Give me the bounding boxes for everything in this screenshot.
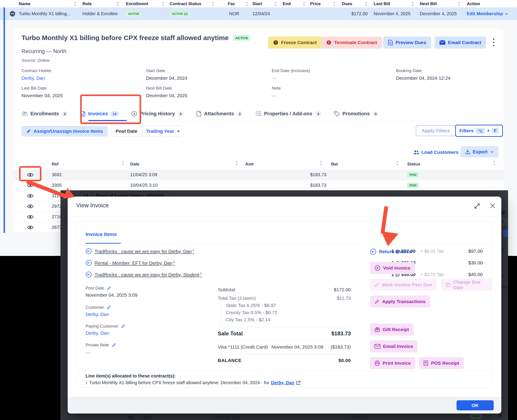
edit-customer-icon[interactable] xyxy=(107,305,111,310)
edit-private-note-icon[interactable] xyxy=(112,343,116,347)
col-role[interactable]: Role xyxy=(83,0,119,8)
chip-value-label[interactable]: Trailing Year xyxy=(142,128,176,134)
view-invoice-eye-icon[interactable] xyxy=(27,201,34,211)
tab-enrollments[interactable]: Enrollments2 xyxy=(22,111,68,117)
col-dues[interactable]: Dues xyxy=(342,0,368,8)
assign-invoice-items-button[interactable]: Assign/Unassign Invoice Items xyxy=(22,126,108,136)
footnote-line: 1 Turbo Monthly X1 billing before CPX fr… xyxy=(86,380,300,385)
row-name[interactable]: Turbo Monthly X1 billing... xyxy=(19,8,70,20)
tax-line: City Tax 1.5% - $2.14 xyxy=(226,317,270,322)
invoice-row[interactable]: 3305 10/04/25 3:10 $183.73 PAID xyxy=(14,180,503,191)
tab-properties-addons[interactable]: Properties / Add-ons3 xyxy=(256,111,321,117)
preview-dues-button[interactable]: Preview Dues xyxy=(383,37,431,49)
external-link-icon[interactable] xyxy=(296,381,300,385)
dimmed-status-badge: PAID xyxy=(471,414,482,419)
tab-promotions[interactable]: Promotions0 xyxy=(334,111,379,117)
col-action[interactable]: Action xyxy=(467,0,487,8)
contract-holder-link[interactable]: Derby, Dan xyxy=(22,75,51,81)
export-button[interactable]: Export xyxy=(461,146,498,158)
row-last-bill: November 4, 2025 xyxy=(374,8,411,20)
apply-transactions-button[interactable]: Apply Transactions xyxy=(370,295,430,308)
sort-icon xyxy=(74,1,77,7)
col-ref[interactable]: Ref xyxy=(52,162,59,166)
payment-row: Visa *1111 (Credit Card) November 04, 20… xyxy=(218,344,351,350)
email-contract-button[interactable]: Email Contract xyxy=(434,37,486,49)
customer-link[interactable]: Derby, Dan xyxy=(86,312,109,317)
more-options-icon[interactable] xyxy=(493,38,494,47)
chip-add-icon[interactable]: + xyxy=(176,128,184,134)
mark-past-due-button[interactable]: Mark Invoice Past Due xyxy=(370,279,437,291)
col-start[interactable]: Start xyxy=(252,0,277,8)
terminate-contract-button[interactable]: Terminate Contract xyxy=(321,37,382,49)
tab-invoice-items[interactable]: Invoice Items xyxy=(86,232,117,237)
invoice-item-link[interactable]: TradRocks : cause we are easy for Derby,… xyxy=(95,248,194,254)
void-icon xyxy=(374,265,380,271)
sort-icon xyxy=(333,1,336,7)
change-due-date-button[interactable]: Change Due Date xyxy=(441,279,492,291)
col-enrollment[interactable]: Enrollment xyxy=(126,0,164,8)
col-end[interactable]: End xyxy=(283,0,305,8)
col-amt[interactable]: Amt xyxy=(245,162,254,166)
people-icon xyxy=(22,111,28,116)
pos-receipt-button[interactable]: POS Receipt xyxy=(419,357,464,369)
dimmed-cell: 3305 xyxy=(141,415,151,420)
footnote-customer-link[interactable]: Derby, Dan xyxy=(271,380,294,385)
ok-button[interactable]: OK xyxy=(456,400,494,410)
col-next-bill[interactable]: Next Bill xyxy=(420,0,461,8)
return-item-icon[interactable] xyxy=(86,260,92,266)
paying-customer-link[interactable]: Derby, Dan xyxy=(86,330,109,336)
sort-icon xyxy=(212,1,214,7)
option-key-badge: ⌥ xyxy=(476,128,485,134)
load-customers-button[interactable]: Load Customers xyxy=(413,147,458,158)
invoice-row[interactable]: 3692 11/04/25 3:09 $183.73 PAID xyxy=(14,170,503,180)
return-item-icon[interactable] xyxy=(86,271,92,278)
col-date[interactable]: Date xyxy=(130,162,139,166)
download-icon xyxy=(465,149,470,154)
col-status[interactable]: Status xyxy=(407,162,420,166)
edit-post-date-icon[interactable] xyxy=(107,286,111,290)
gift-receipt-button[interactable]: Gift Receipt xyxy=(370,323,413,336)
return-invoice-button[interactable]: Return Invoice xyxy=(370,248,412,255)
date-filter-chip[interactable]: Post Date Trailing Year + xyxy=(111,126,184,137)
membership-row[interactable]: Turbo Monthly X1 billing... Holder & Enr… xyxy=(0,8,517,20)
balance-row: BALANCE$0.00 xyxy=(218,358,351,363)
invoice-item-link[interactable]: TradRocks : cause we are easy for Derby,… xyxy=(95,271,202,278)
col-price[interactable]: Price xyxy=(310,0,336,8)
view-invoice-eye-icon[interactable] xyxy=(27,211,34,222)
col-name[interactable]: Name xyxy=(19,0,77,8)
edit-membership-button[interactable]: Edit Membership xyxy=(467,8,508,20)
clock-icon xyxy=(273,40,278,45)
filters-button[interactable]: Filters ⌥ + F xyxy=(455,125,503,137)
print-invoice-button[interactable]: Print Invoice xyxy=(370,357,415,369)
calendar-icon xyxy=(446,282,450,287)
sort-icon xyxy=(235,160,238,166)
sort-icon xyxy=(493,160,496,166)
invoice-item-link[interactable]: Rental - Member: EFT for Derby, Dan1 xyxy=(95,260,175,266)
col-bal[interactable]: Bal xyxy=(331,162,338,166)
view-invoice-eye-icon[interactable] xyxy=(27,222,34,232)
row-fac: NOR xyxy=(229,8,239,20)
item-amount: $97.00 xyxy=(456,248,483,254)
tab-attachments[interactable]: Attachments2 xyxy=(197,111,243,117)
modal-header-divider xyxy=(68,216,501,217)
apply-filters-button[interactable]: Apply Filters xyxy=(416,125,456,136)
row-start: 12/04/24 xyxy=(252,8,270,20)
freeze-contract-button[interactable]: Freeze Contract xyxy=(268,37,322,49)
edit-paying-customer-icon[interactable] xyxy=(121,324,125,329)
field-start-date: Start Date December 04, 2024 xyxy=(146,68,187,81)
close-icon[interactable] xyxy=(489,202,496,209)
view-invoice-eye-icon[interactable] xyxy=(27,190,34,201)
return-item-icon[interactable] xyxy=(86,248,92,254)
expand-icon[interactable] xyxy=(473,202,481,210)
email-invoice-button[interactable]: Email Invoice xyxy=(370,340,418,352)
sort-icon xyxy=(245,1,248,7)
sort-icon xyxy=(396,160,399,166)
collapse-icon[interactable] xyxy=(9,8,15,20)
col-last-bill[interactable]: Last Bill xyxy=(374,0,414,8)
void-invoice-button[interactable]: Void Invoice xyxy=(370,262,415,274)
item-amount: $45.00 xyxy=(456,272,483,277)
col-contract-status[interactable]: Contract Status xyxy=(170,0,214,8)
col-fac[interactable]: Fac xyxy=(228,0,248,8)
sort-icon xyxy=(274,1,277,7)
payment-date: November 04, 2025 3:09 xyxy=(272,344,323,350)
